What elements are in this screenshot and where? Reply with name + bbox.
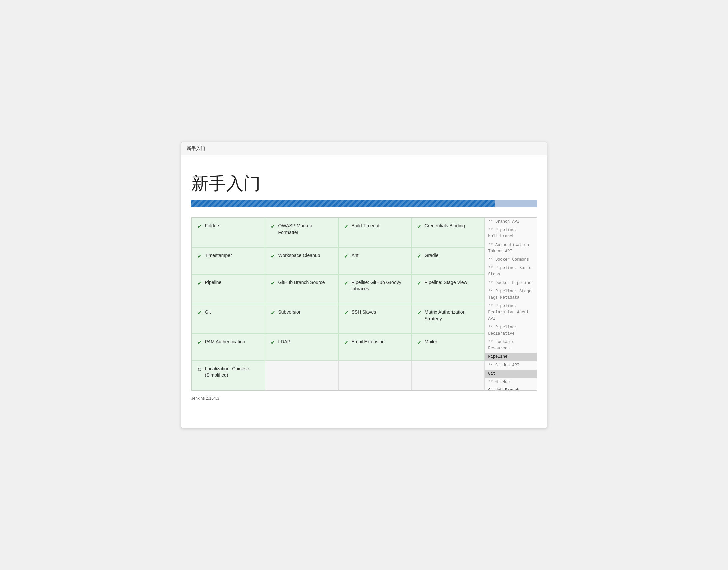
plugin-name: Folders xyxy=(205,223,220,229)
sidebar-item: ** Branch API xyxy=(485,218,537,226)
progress-bar-fill xyxy=(191,200,496,207)
check-icon: ✔ xyxy=(417,280,422,286)
main-content: 新手入门 ✔Folders✔OWASP Markup Formatter✔Bui… xyxy=(181,155,547,410)
page-heading: 新手入门 xyxy=(191,172,537,195)
title-bar: 新手入门 xyxy=(181,142,547,155)
sidebar-item: ** Pipeline: Basic Steps xyxy=(485,264,537,279)
check-icon: ✔ xyxy=(417,253,422,259)
sidebar-item: ** Pipeline: Stage Tags Metadata xyxy=(485,287,537,302)
plugin-name: Git xyxy=(205,309,211,316)
plugin-cell: ✔Build Timeout xyxy=(338,218,412,247)
check-icon: ✔ xyxy=(344,339,348,346)
title-bar-text: 新手入门 xyxy=(186,146,205,151)
check-icon: ✔ xyxy=(197,253,201,259)
plugin-cell: ✔Folders xyxy=(191,218,265,247)
plugin-name: Build Timeout xyxy=(351,223,380,229)
plugin-cell: ✔Timestamper xyxy=(191,247,265,274)
check-icon: ✔ xyxy=(197,223,201,230)
plugin-name: Pipeline: Stage View xyxy=(425,279,468,286)
check-icon: ✔ xyxy=(417,339,422,346)
plugin-cell: ✔Mailer xyxy=(412,334,485,360)
plugin-name: Workspace Cleanup xyxy=(278,252,320,259)
plugin-cell: ✔Workspace Cleanup xyxy=(265,247,338,274)
plugin-name: Ant xyxy=(351,252,358,259)
plugin-name: GitHub Branch Source xyxy=(278,279,325,286)
plugin-cell xyxy=(265,361,338,390)
sidebar-item: ** Pipeline: Declarative Agent API xyxy=(485,302,537,323)
plugin-cell: ✔Ant xyxy=(338,247,412,274)
plugin-cell: ✔Git xyxy=(191,304,265,334)
sidebar-item: ** Pipeline: Declarative xyxy=(485,323,537,338)
plugin-name: OWASP Markup Formatter xyxy=(278,223,332,236)
plugin-cell: ✔Pipeline: Stage View xyxy=(412,274,485,304)
plugin-cell xyxy=(338,361,412,390)
plugin-name: Matrix Authorization Strategy xyxy=(425,309,479,322)
check-icon: ✔ xyxy=(197,339,201,346)
sidebar-item: Git xyxy=(485,370,537,378)
sidebar-item: ** GitHub API xyxy=(485,361,537,370)
progress-bar-track xyxy=(191,200,537,207)
check-icon: ✔ xyxy=(417,310,422,316)
check-icon: ✔ xyxy=(417,223,422,230)
check-icon: ✔ xyxy=(270,310,275,316)
plugin-cell: ✔SSH Slaves xyxy=(338,304,412,334)
plugin-name: LDAP xyxy=(278,339,290,345)
check-icon: ✔ xyxy=(197,280,201,286)
plugin-name: Mailer xyxy=(425,339,438,345)
check-icon: ✔ xyxy=(270,223,275,230)
plugin-name: Gradle xyxy=(425,252,439,259)
check-icon: ✔ xyxy=(344,253,348,259)
plugin-name: Timestamper xyxy=(205,252,232,259)
plugin-cell: ↻Localization: Chinese (Simplified) xyxy=(191,361,265,390)
check-icon: ✔ xyxy=(197,310,201,316)
plugin-cell: ✔OWASP Markup Formatter xyxy=(265,218,338,247)
check-icon: ✔ xyxy=(344,310,348,316)
plugin-cell: ✔Gradle xyxy=(412,247,485,274)
main-window: 新手入门 新手入门 ✔Folders✔OWASP Markup Formatte… xyxy=(181,142,547,428)
sidebar-list[interactable]: ** Branch API** Pipeline: Multibranch** … xyxy=(485,217,537,391)
plugin-name: PAM Authentication xyxy=(205,339,245,345)
plugin-grid: ✔Folders✔OWASP Markup Formatter✔Build Ti… xyxy=(191,217,485,391)
sidebar-item: ** Docker Commons xyxy=(485,256,537,264)
plugin-area: ✔Folders✔OWASP Markup Formatter✔Build Ti… xyxy=(191,217,537,391)
plugin-cell: ✔LDAP xyxy=(265,334,338,360)
check-icon: ✔ xyxy=(270,280,275,286)
plugin-name: SSH Slaves xyxy=(351,309,377,316)
plugin-cell: ✔GitHub Branch Source xyxy=(265,274,338,304)
check-icon: ✔ xyxy=(344,280,348,286)
plugin-cell xyxy=(412,361,485,390)
plugin-cell: ✔Subversion xyxy=(265,304,338,334)
check-icon: ✔ xyxy=(344,223,348,230)
refresh-icon: ↻ xyxy=(197,366,201,373)
plugin-name: Credentials Binding xyxy=(425,223,465,229)
plugin-cell: ✔Email Extension xyxy=(338,334,412,360)
plugin-cell: ✔Pipeline xyxy=(191,274,265,304)
plugin-cell: ✔PAM Authentication xyxy=(191,334,265,360)
plugin-name: Subversion xyxy=(278,309,301,316)
version-text: Jenkins 2.164.3 xyxy=(191,391,537,403)
check-icon: ✔ xyxy=(270,339,275,346)
plugin-cell: ✔Matrix Authorization Strategy xyxy=(412,304,485,334)
plugin-cell: ✔Credentials Binding xyxy=(412,218,485,247)
sidebar-item: ** GitHub xyxy=(485,378,537,386)
plugin-name: Email Extension xyxy=(351,339,385,345)
plugin-name: Localization: Chinese (Simplified) xyxy=(205,366,259,379)
progress-bar-container xyxy=(191,200,537,207)
check-icon: ✔ xyxy=(270,253,275,259)
plugin-cell: ✔Pipeline: GitHub Groovy Libraries xyxy=(338,274,412,304)
plugin-name: Pipeline: GitHub Groovy Libraries xyxy=(351,279,406,292)
sidebar-item: ** Pipeline: Multibranch xyxy=(485,226,537,241)
plugin-name: Pipeline xyxy=(205,279,221,286)
sidebar-item: GitHub Branch Source xyxy=(485,386,537,391)
sidebar-item: Pipeline xyxy=(485,353,537,361)
sidebar-item: ** Authentication Tokens API xyxy=(485,241,537,256)
sidebar-item: ** Lockable Resources xyxy=(485,338,537,353)
sidebar-item: ** Docker Pipeline xyxy=(485,279,537,287)
